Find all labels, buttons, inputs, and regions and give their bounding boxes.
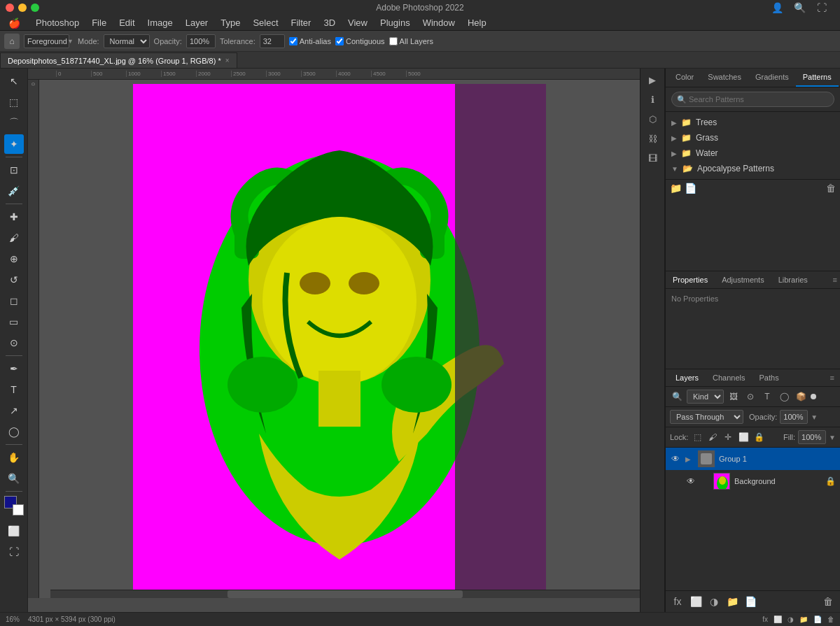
eraser-tool[interactable]: ◻ bbox=[4, 291, 24, 311]
properties-menu-button[interactable]: ≡ bbox=[830, 271, 840, 288]
contiguous-checkbox[interactable] bbox=[335, 37, 344, 45]
new-group-icon[interactable]: 📁 bbox=[670, 183, 682, 194]
pattern-item-grass[interactable]: ▶ 📁 Grass bbox=[666, 130, 840, 145]
zoom-tool[interactable]: 🔍 bbox=[4, 469, 24, 488]
layer-opacity-input[interactable] bbox=[780, 410, 808, 424]
background-color[interactable] bbox=[13, 504, 24, 515]
search-icon[interactable]: 🔍 bbox=[792, 1, 806, 15]
lock-artboards-button[interactable]: ⬜ bbox=[737, 431, 750, 443]
tab-color[interactable]: Color bbox=[668, 69, 701, 87]
home-button[interactable]: ⌂ bbox=[4, 34, 20, 49]
layer-blend-mode-select[interactable]: Pass Through Normal Multiply Screen Over… bbox=[670, 410, 743, 424]
canvas-scroll-h[interactable] bbox=[50, 590, 640, 598]
tab-gradients[interactable]: Gradients bbox=[748, 69, 796, 87]
canvas-wrapper[interactable] bbox=[39, 80, 640, 598]
lock-transparent-pixels-button[interactable]: ⬚ bbox=[691, 431, 704, 443]
delete-layer-button[interactable]: 🗑 bbox=[820, 594, 836, 609]
pattern-button[interactable]: ⬡ bbox=[644, 111, 661, 127]
color-swatches[interactable] bbox=[4, 496, 24, 515]
layer-kind-select[interactable]: Kind bbox=[687, 390, 724, 404]
document-tab[interactable]: Depositphotos_518717440_XL.jpg @ 16% (Gr… bbox=[0, 52, 237, 68]
status-icon-group[interactable]: 📁 bbox=[799, 616, 808, 623]
blend-mode-select[interactable]: Normal bbox=[104, 34, 150, 48]
screen-mode-tool[interactable]: ⛶ bbox=[4, 542, 24, 562]
new-group-layer-button[interactable]: 📁 bbox=[724, 594, 740, 609]
delete-pattern-icon[interactable]: 🗑 bbox=[826, 183, 836, 194]
menu-image[interactable]: Image bbox=[142, 16, 178, 29]
layer-item-background[interactable]: 👁 Background 🔒 bbox=[666, 470, 840, 492]
eyedropper-tool[interactable]: 💉 bbox=[4, 181, 24, 201]
tab-adjustments[interactable]: Adjustments bbox=[715, 271, 771, 288]
fill-dropdown-arrow[interactable]: ▼ bbox=[829, 434, 836, 441]
shape-tool[interactable]: ◯ bbox=[4, 422, 24, 441]
close-window-button[interactable] bbox=[6, 3, 14, 12]
menu-help[interactable]: Help bbox=[462, 16, 492, 29]
pattern-item-apocalypse[interactable]: ▼ 📂 Apocalypse Patterns bbox=[666, 161, 840, 176]
quick-mask-tool[interactable]: ⬜ bbox=[4, 521, 24, 541]
pattern-item-water[interactable]: ▶ 📁 Water bbox=[666, 145, 840, 161]
status-icon-mask[interactable]: ◑ bbox=[788, 616, 794, 623]
move-tool[interactable]: ↖ bbox=[4, 71, 24, 91]
tab-paths[interactable]: Paths bbox=[752, 369, 786, 386]
traffic-lights[interactable] bbox=[6, 3, 39, 12]
filter-shape-icon[interactable]: ◯ bbox=[777, 390, 791, 404]
new-layer-button[interactable]: 📄 bbox=[743, 594, 758, 609]
lock-position-button[interactable]: ✛ bbox=[722, 431, 734, 443]
menu-edit[interactable]: Edit bbox=[113, 16, 140, 29]
filter-pixel-icon[interactable]: 🖼 bbox=[727, 390, 741, 404]
status-icon-new[interactable]: 📄 bbox=[813, 616, 822, 623]
tab-close-button[interactable]: × bbox=[225, 57, 230, 64]
clone-tool[interactable]: ⊕ bbox=[4, 249, 24, 269]
history-brush-tool[interactable]: ↺ bbox=[4, 270, 24, 290]
menu-layer[interactable]: Layer bbox=[180, 16, 214, 29]
layer-visibility-background[interactable]: 👁 bbox=[685, 476, 696, 487]
anti-alias-label[interactable]: Anti-alias bbox=[289, 37, 331, 45]
expand-icon[interactable]: ⛶ bbox=[815, 1, 829, 15]
layer-effects-button[interactable]: fx bbox=[670, 594, 685, 609]
status-icon-copy[interactable]: ⬜ bbox=[774, 616, 782, 623]
info-button[interactable]: ℹ bbox=[644, 91, 661, 108]
menu-plugins[interactable]: Plugins bbox=[374, 16, 416, 29]
opacity-input[interactable] bbox=[186, 34, 216, 48]
anti-alias-checkbox[interactable] bbox=[289, 37, 298, 45]
canvas-area[interactable]: 0 500 1000 1500 2000 2500 3000 3500 4000… bbox=[28, 69, 640, 612]
menu-3d[interactable]: 3D bbox=[318, 16, 341, 29]
filter-type-icon[interactable]: T bbox=[760, 390, 774, 404]
path-select-tool[interactable]: ↗ bbox=[4, 401, 24, 420]
fill-input[interactable] bbox=[798, 430, 826, 444]
lock-all-button[interactable]: 🔒 bbox=[752, 431, 765, 443]
pattern-item-trees[interactable]: ▶ 📁 Trees bbox=[666, 115, 840, 130]
blur-tool[interactable]: ⊙ bbox=[4, 333, 24, 353]
all-layers-label[interactable]: All Layers bbox=[389, 37, 433, 45]
tab-libraries[interactable]: Libraries bbox=[771, 271, 815, 288]
type-tool[interactable]: T bbox=[4, 380, 24, 399]
brush-preset-picker[interactable]: Foreground ▼ bbox=[24, 34, 69, 48]
maximize-window-button[interactable] bbox=[31, 3, 39, 12]
marquee-tool[interactable]: ⬚ bbox=[4, 92, 24, 112]
pen-tool[interactable]: ✒ bbox=[4, 359, 24, 378]
tab-layers[interactable]: Layers bbox=[668, 369, 706, 386]
lasso-tool[interactable]: ⌒ bbox=[4, 113, 24, 133]
opacity-dropdown-arrow[interactable]: ▼ bbox=[811, 413, 818, 421]
menu-type[interactable]: Type bbox=[215, 16, 246, 29]
tolerance-input[interactable] bbox=[260, 34, 285, 48]
apple-menu-item[interactable]: 🍎 bbox=[3, 16, 26, 30]
new-pattern-icon[interactable]: 📄 bbox=[685, 183, 696, 194]
heal-tool[interactable]: ✚ bbox=[4, 207, 24, 227]
layers-menu-button[interactable]: ≡ bbox=[827, 369, 837, 386]
menu-file[interactable]: File bbox=[86, 16, 112, 29]
menu-view[interactable]: View bbox=[342, 16, 373, 29]
status-icon-delete[interactable]: 🗑 bbox=[827, 616, 834, 623]
tab-patterns[interactable]: Patterns bbox=[796, 69, 839, 87]
profile-icon[interactable]: 👤 bbox=[770, 1, 784, 15]
filter-search-icon[interactable]: 🔍 bbox=[670, 390, 684, 404]
layer-item-group1[interactable]: 👁 ▶ Group 1 bbox=[666, 448, 840, 470]
crop-tool[interactable]: ⊡ bbox=[4, 160, 24, 180]
gradient-tool[interactable]: ▭ bbox=[4, 312, 24, 332]
link-button[interactable]: ⛓ bbox=[644, 130, 661, 147]
all-layers-checkbox[interactable] bbox=[389, 37, 398, 45]
filter-adjustment-icon[interactable]: ⊙ bbox=[743, 390, 757, 404]
contiguous-label[interactable]: Contiguous bbox=[335, 37, 385, 45]
tab-swatches[interactable]: Swatches bbox=[701, 69, 748, 87]
menu-window[interactable]: Window bbox=[417, 16, 461, 29]
